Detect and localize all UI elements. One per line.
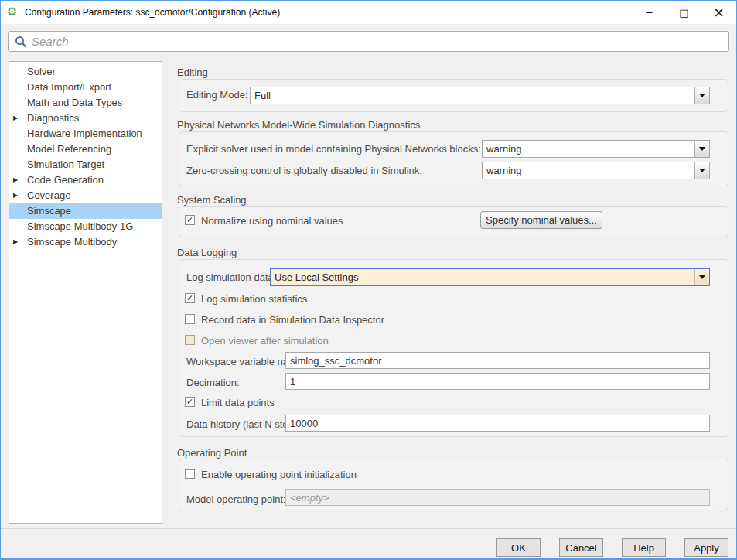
section-title-physical-networks: Physical Networks Model-Wide Simulation … xyxy=(177,119,420,131)
enable-operating-point-label: Enable operating point initialization xyxy=(201,469,357,480)
simulink-settings-gear-icon: ⚙ xyxy=(7,5,17,19)
section-title-operating-point: Operating Point xyxy=(177,447,247,459)
sidebar-item-label: Simscape xyxy=(27,203,71,219)
search-input[interactable] xyxy=(27,35,728,48)
expand-arrow-icon[interactable]: ▶ xyxy=(13,111,27,126)
window-title: Configuration Parameters: ssc_dcmotor/Co… xyxy=(25,7,280,18)
sidebar-item-label: Model Referencing xyxy=(27,142,111,157)
normalize-nominal-label: Normalize using nominal values xyxy=(201,215,343,227)
explicit-solver-dropdown[interactable]: warning xyxy=(482,140,710,158)
sidebar-item-simscape-multibody-1g[interactable]: Simscape Multibody 1G xyxy=(9,219,162,234)
apply-button[interactable]: Apply xyxy=(684,538,728,557)
sidebar-item-code-generation[interactable]: ▶Code Generation xyxy=(9,172,162,188)
normalize-nominal-checkbox[interactable] xyxy=(185,215,195,225)
sidebar-item-coverage[interactable]: ▶Coverage xyxy=(9,188,162,203)
explicit-solver-label: Explicit solver used in model containing… xyxy=(186,143,481,155)
sidebar-item-diagnostics[interactable]: ▶Diagnostics xyxy=(9,111,162,126)
sidebar-item-label: Simulation Target xyxy=(27,157,104,172)
sidebar-item-label: Code Generation xyxy=(27,172,104,188)
record-data-inspector-checkbox[interactable] xyxy=(185,314,195,324)
specify-nominal-values-button[interactable]: Specify nominal values... xyxy=(480,211,602,229)
configuration-parameters-window: ⚙ Configuration Parameters: ssc_dcmotor/… xyxy=(0,0,737,560)
sidebar-item-model-referencing[interactable]: Model Referencing xyxy=(9,142,162,157)
enable-operating-point-checkbox[interactable] xyxy=(185,469,195,479)
window-controls: ─ □ × xyxy=(632,1,736,24)
cancel-button[interactable]: Cancel xyxy=(559,538,603,557)
workspace-variable-input[interactable] xyxy=(285,352,710,369)
sidebar-item-simulation-target[interactable]: Simulation Target xyxy=(9,157,162,172)
sidebar-item-label: Simscape Multibody 1G xyxy=(27,219,133,234)
ok-button[interactable]: OK xyxy=(496,538,541,557)
log-simulation-statistics-checkbox[interactable] xyxy=(185,293,195,303)
help-button[interactable]: Help xyxy=(622,538,666,557)
sidebar-item-label: Solver xyxy=(27,64,56,80)
sidebar-item-label: Coverage xyxy=(27,188,70,203)
sidebar-item-label: Data Import/Export xyxy=(27,80,111,95)
log-simulation-statistics-label: Log simulation statistics xyxy=(201,293,307,305)
category-tree: SolverData Import/ExportMath and Data Ty… xyxy=(9,61,162,524)
zero-crossing-value: warning xyxy=(483,162,694,179)
sidebar-item-math-and-data-types[interactable]: Math and Data Types xyxy=(9,95,162,111)
section-title-editing: Editing xyxy=(177,67,208,78)
log-simulation-data-dropdown[interactable]: Use Local Settings xyxy=(270,268,710,286)
sidebar-item-label: Simscape Multibody xyxy=(27,234,117,250)
footer-bar: OK Cancel Help Apply xyxy=(1,528,736,558)
title-bar: ⚙ Configuration Parameters: ssc_dcmotor/… xyxy=(1,1,736,24)
expand-arrow-icon[interactable]: ▶ xyxy=(13,234,27,250)
minimize-button[interactable]: ─ xyxy=(632,1,667,24)
zero-crossing-label: Zero-crossing control is globally disabl… xyxy=(186,165,422,176)
open-viewer-checkbox[interactable] xyxy=(185,335,195,345)
editing-mode-value: Full xyxy=(251,87,694,104)
explicit-solver-value: warning xyxy=(483,141,694,157)
open-viewer-label: Open viewer after simulation xyxy=(201,335,329,347)
limit-data-points-checkbox[interactable] xyxy=(185,397,195,407)
search-icon xyxy=(15,36,27,48)
zero-crossing-dropdown[interactable]: warning xyxy=(482,162,710,179)
section-title-data-logging: Data Logging xyxy=(177,247,237,258)
search-box[interactable] xyxy=(8,31,729,52)
log-simulation-data-value: Use Local Settings xyxy=(271,269,694,285)
data-history-input[interactable] xyxy=(285,415,710,432)
model-operating-point-input xyxy=(285,489,710,506)
section-title-system-scaling: System Scaling xyxy=(177,194,247,206)
sidebar-item-label: Diagnostics xyxy=(27,111,79,126)
model-operating-point-label: Model operating point: xyxy=(186,493,286,505)
sidebar-item-hardware-implementation[interactable]: Hardware Implementation xyxy=(9,126,162,142)
record-data-inspector-label: Record data in Simulation Data Inspector xyxy=(201,314,384,326)
decimation-label: Decimation: xyxy=(186,377,240,388)
chevron-down-icon[interactable] xyxy=(694,141,709,157)
chevron-down-icon[interactable] xyxy=(694,162,709,179)
close-button[interactable]: × xyxy=(701,1,736,24)
editing-mode-dropdown[interactable]: Full xyxy=(250,87,710,104)
expand-arrow-icon[interactable]: ▶ xyxy=(13,172,27,188)
editing-mode-label: Editing Mode: xyxy=(186,89,248,101)
decimation-input[interactable] xyxy=(285,373,710,390)
sidebar-item-data-import-export[interactable]: Data Import/Export xyxy=(9,80,162,95)
expand-arrow-icon[interactable]: ▶ xyxy=(13,188,27,203)
chevron-down-icon[interactable] xyxy=(694,269,709,285)
sidebar-item-label: Math and Data Types xyxy=(27,95,122,111)
maximize-button[interactable]: □ xyxy=(667,1,701,24)
sidebar-item-simscape-multibody[interactable]: ▶Simscape Multibody xyxy=(9,234,162,250)
limit-data-points-label: Limit data points xyxy=(201,397,275,408)
sidebar-item-solver[interactable]: Solver xyxy=(9,64,162,80)
chevron-down-icon[interactable] xyxy=(694,87,709,104)
sidebar-item-simscape[interactable]: Simscape xyxy=(9,203,162,219)
sidebar-item-label: Hardware Implementation xyxy=(27,126,142,142)
log-simulation-data-label: Log simulation data: xyxy=(186,271,276,283)
